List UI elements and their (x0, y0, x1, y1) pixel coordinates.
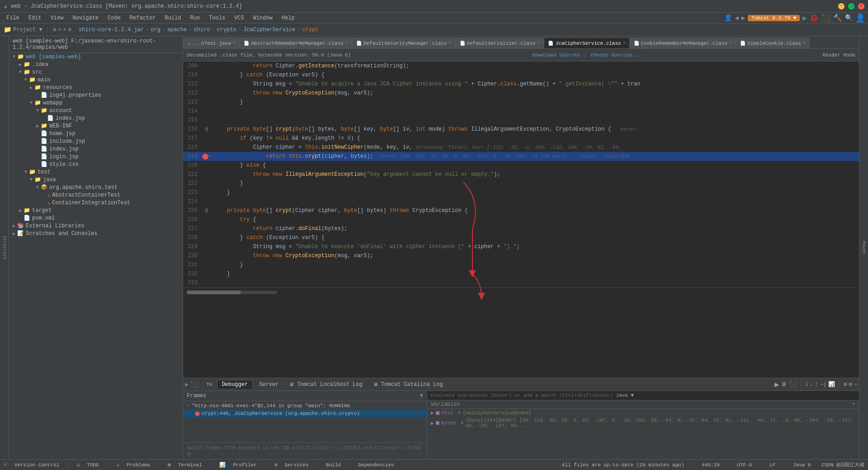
tree-item-target[interactable]: ▶📁target (9, 207, 183, 214)
debug-btn-evaluate[interactable]: 📊 (828, 381, 835, 388)
tree-item-java[interactable]: ▼📁java (9, 176, 183, 183)
build-button[interactable]: 🔨 (833, 14, 842, 23)
debug-tab-console[interactable]: To (203, 381, 215, 388)
tree-item-src[interactable]: ▼📁src (9, 68, 183, 76)
services-label[interactable]: Services (284, 462, 308, 468)
tree-item-login[interactable]: ▶📄login.jsp (9, 153, 183, 160)
search-everywhere-button[interactable]: 🔍 (845, 14, 853, 22)
breadcrumb-method[interactable]: crypt (302, 27, 318, 33)
stop-button[interactable]: ⬛ (821, 14, 830, 23)
debug-btn-pause[interactable]: ⏸ (781, 381, 787, 388)
tree-item-account-index[interactable]: ▶📄index.jsp (9, 114, 183, 122)
var-bytes[interactable]: ▶ bytes = {byte[1344]@3907} [99, 118, 38… (427, 417, 859, 429)
menu-tools[interactable]: Tools (205, 14, 229, 22)
tab-simplecookie[interactable]: 📄 SimpleCookie.class × (736, 38, 810, 48)
maven-panel[interactable]: Maven (859, 36, 868, 459)
minimize-button[interactable]: − (838, 3, 844, 9)
close-button[interactable]: × (858, 3, 864, 9)
tree-item-log4j[interactable]: ▶📄log4j.properties (9, 91, 183, 99)
tree-item-container-test[interactable]: ▶☕ContainerIntegrationTest (9, 199, 183, 207)
tree-item-index[interactable]: ▶📄index.jsp (9, 145, 183, 153)
breadcrumb-shiro[interactable]: shiro (193, 27, 210, 33)
tree-item-pom[interactable]: ▶📄pom.xml (9, 214, 183, 222)
tab-defaultserializer[interactable]: 📄 DefaultSerializer.class × (456, 38, 544, 48)
add-watch[interactable]: + (852, 401, 855, 408)
breadcrumb-crypto[interactable]: crypto (217, 27, 236, 33)
close-tab-abstractremember[interactable]: × (345, 41, 348, 46)
sidebar-toggle[interactable]: Project ▼ (13, 27, 42, 33)
debug-btn-stepinto[interactable]: ↓ (810, 381, 813, 388)
menu-view[interactable]: View (47, 14, 67, 22)
debug-tab-server[interactable]: Server (255, 381, 283, 389)
problems-label[interactable]: Problems (127, 462, 151, 468)
close-tab-defaultsecurity[interactable]: × (449, 41, 452, 46)
profiler-label[interactable]: Profiler (233, 462, 257, 468)
tab-jcacipherservice[interactable]: 📄 JcaCipherService.class × (544, 38, 629, 48)
tab-defaultsecurity[interactable]: 📄 DefaultSecurityManager.class × (352, 38, 456, 48)
tree-item-include[interactable]: ▶📄include.jsp (9, 137, 183, 145)
download-sources[interactable]: Download Sources (532, 52, 580, 58)
menu-window[interactable]: Window (250, 14, 276, 22)
tree-item-idea[interactable]: ▶📁.idea (9, 61, 183, 68)
tree-item-scratches[interactable]: ▶📝Scratches and Consoles (9, 230, 183, 237)
frames-filter[interactable]: ▼ (420, 393, 423, 399)
close-tab-ntest[interactable]: × (233, 41, 236, 46)
close-tab-cookie[interactable]: × (729, 41, 732, 46)
lf-info[interactable]: LF (769, 462, 775, 468)
menu-edit[interactable]: Edit (25, 14, 45, 22)
close-tab-jca[interactable]: × (623, 41, 626, 46)
menu-help[interactable]: Help (278, 14, 298, 22)
tree-item-abstract-test[interactable]: ▶☕AbstractContainerTest (9, 191, 183, 199)
java-version[interactable]: Java 8 (793, 462, 811, 468)
build-label[interactable]: Build (326, 462, 341, 468)
tree-item-home[interactable]: ▶📄home.jsp (9, 130, 183, 137)
tree-item-external-libs[interactable]: ▶📚External Libraries (9, 222, 183, 230)
tree-item-webapp[interactable]: ▼📁webapp (9, 99, 183, 107)
debug-btn-stop[interactable]: ⬛ (789, 381, 797, 388)
tree-item-web[interactable]: ▼📁web [samples-web] (9, 53, 183, 61)
menu-build[interactable]: Build (161, 14, 184, 22)
debug-tab-tomcat-catalina[interactable]: 🖥 Tomcat Catalina Log (369, 381, 448, 389)
tab-cookieremember[interactable]: 📄 CookieRememberMeManager.class × (630, 38, 736, 48)
menu-vcs[interactable]: VCS (231, 14, 248, 22)
debug-close[interactable]: ⚙ (849, 381, 852, 388)
scroll-bar[interactable] (183, 287, 859, 296)
todo-label[interactable]: TODO (87, 462, 99, 468)
encoding[interactable]: UTF-8 (737, 462, 752, 468)
close-tab-simple[interactable]: × (803, 41, 806, 46)
menu-run[interactable]: Run (186, 14, 203, 22)
breadcrumb-class[interactable]: JcaCipherService (243, 27, 295, 33)
expr-lang-selector[interactable]: Java ▼ (616, 393, 634, 398)
debug-btn-stepout[interactable]: ↑ (815, 381, 818, 388)
reader-mode-button[interactable]: Reader Mode (822, 52, 855, 58)
tree-item-account[interactable]: ▼📁account (9, 107, 183, 114)
debug-btn-stepover[interactable]: ⤵ (805, 381, 808, 388)
var-this[interactable]: ▶ this = {AesCipherService@3404} (427, 409, 859, 417)
debug-btn-resume[interactable]: ▶ (774, 380, 779, 389)
debug-settings[interactable]: ⚙ (844, 381, 847, 388)
debug-tab-tomcat-local[interactable]: 🖥 Tomcat Localhost Log (285, 381, 367, 389)
run-button[interactable]: ▶ (802, 14, 807, 23)
breadcrumb-org[interactable]: org (151, 27, 160, 33)
choose-sources[interactable]: Choose Sources... (590, 52, 641, 58)
vcs-status[interactable]: Version Control (14, 462, 59, 468)
structure-panel[interactable]: Structure (0, 36, 9, 459)
debug-minimize[interactable]: − (854, 381, 857, 388)
debug-tab-debugger[interactable]: Debugger (217, 380, 253, 389)
debug-btn-runtoursor[interactable]: →| (820, 381, 826, 388)
close-tab-defaultserializer[interactable]: × (537, 41, 540, 46)
tree-item-resources[interactable]: ▶📁resources (9, 84, 183, 91)
menu-refactor[interactable]: Refactor (126, 14, 160, 22)
tab-abstractremember[interactable]: 📄 AbstractRememberMeManager.class × (240, 38, 352, 48)
breadcrumb-apache[interactable]: apache (167, 27, 187, 33)
frame-item-0[interactable]: ✓ "http-nio-8081-exec-4"@2,244 in group … (183, 401, 427, 410)
tree-item-test[interactable]: ▼📁test (9, 168, 183, 176)
tree-item-style[interactable]: ▶📄style.css (9, 160, 183, 168)
tree-item-pkg[interactable]: ▼📦org.apache.shiro.test (9, 183, 183, 191)
tree-item-main[interactable]: ▼📁main (9, 76, 183, 84)
dependencies-label[interactable]: Dependencies (358, 462, 394, 468)
debug-button[interactable]: 🐞 (810, 14, 819, 23)
breadcrumb-jar[interactable]: shiro-core-1.2.4.jar (79, 27, 144, 33)
tree-item-webinf[interactable]: ▶📁WEB-INF (9, 122, 183, 130)
tab-ntest[interactable]: ☕ ...nTest.java × (183, 38, 240, 48)
